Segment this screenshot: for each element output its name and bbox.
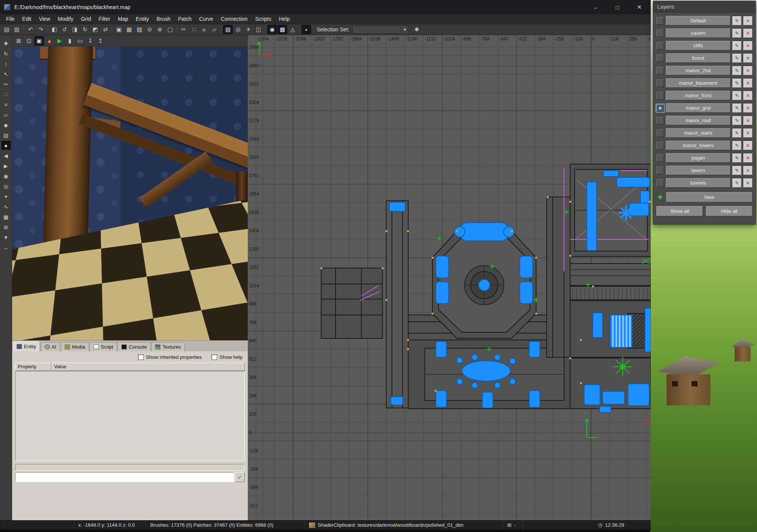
property-column-header[interactable]: Property: [15, 363, 51, 371]
start-game-icon[interactable]: ▶: [55, 36, 64, 45]
layer-edit-button[interactable]: ✎: [732, 178, 741, 188]
curve-tool-icon[interactable]: ∿: [2, 202, 11, 211]
maximize-button[interactable]: □: [606, 0, 628, 14]
prefab-tool-icon[interactable]: ▩: [2, 212, 11, 221]
select-touching-icon[interactable]: ▣: [114, 25, 124, 34]
edge-mode-icon[interactable]: ≡: [2, 100, 11, 109]
edge-edit-icon[interactable]: ≡: [199, 25, 209, 34]
rotate-tool-icon[interactable]: ↻: [2, 49, 11, 58]
layer-visibility-checkbox[interactable]: [656, 54, 664, 62]
frame-selection-icon[interactable]: ⊡: [24, 36, 34, 45]
layer-delete-button[interactable]: ✕: [743, 16, 752, 25]
title-bar[interactable]: E:/Darkmod/fms/blackheart/maps/blackhear…: [0, 0, 650, 14]
layer-edit-button[interactable]: ✎: [732, 116, 741, 125]
scale-tool-icon[interactable]: ↕: [2, 59, 11, 68]
camera-tool-icon[interactable]: ◎: [2, 182, 11, 191]
texture-tool-icon[interactable]: ◉: [2, 172, 11, 180]
layer-visibility-checkbox[interactable]: [656, 117, 664, 124]
pause-icon[interactable]: ▮: [65, 36, 75, 45]
face-edit-icon[interactable]: ▱: [210, 25, 219, 34]
select-complete-icon[interactable]: ▦: [124, 25, 134, 34]
resize-tool-icon[interactable]: ↖: [2, 70, 11, 78]
next-view-icon[interactable]: ▶: [2, 161, 11, 170]
redo-icon[interactable]: ↷: [36, 25, 45, 34]
particle-tool-icon[interactable]: ✦: [2, 192, 11, 201]
layer-name-button[interactable]: tavern: [666, 166, 731, 175]
csg-merge-icon[interactable]: ⊕: [155, 25, 165, 34]
show-models-icon[interactable]: ▩: [278, 25, 287, 34]
make-hollow-icon[interactable]: ▢: [165, 25, 175, 34]
property-name-field[interactable]: [15, 464, 245, 471]
layer-visibility-checkbox[interactable]: [656, 167, 664, 174]
map-geometry-canvas[interactable]: [248, 35, 651, 520]
orthographic-viewport[interactable]: -2304-2176-2048-1920-1792-1664-1536-1408…: [248, 35, 651, 520]
show-patches-icon[interactable]: ◬: [288, 25, 297, 34]
layer-visibility-checkbox[interactable]: [656, 142, 664, 149]
tab-media[interactable]: Media: [61, 342, 89, 351]
import-selection-icon[interactable]: ↧: [85, 36, 95, 45]
export-selection-icon[interactable]: ↥: [96, 36, 105, 45]
property-value-input[interactable]: [15, 472, 234, 482]
layer-delete-button[interactable]: ✕: [743, 54, 752, 63]
translate-tool-icon[interactable]: ✚: [2, 39, 11, 48]
filters-tool-icon[interactable]: ▼: [2, 233, 11, 242]
close-button[interactable]: ✕: [628, 0, 650, 14]
camera-view-icon[interactable]: ◎: [233, 25, 243, 34]
tab-console[interactable]: Console: [118, 342, 151, 351]
layer-edit-button[interactable]: ✎: [732, 154, 741, 163]
flip-x-icon[interactable]: ◧: [50, 25, 59, 34]
layer-edit-button[interactable]: ✎: [732, 16, 741, 25]
layer-edit-button[interactable]: ✎: [732, 104, 741, 113]
brush-create-icon[interactable]: ▤: [2, 131, 11, 140]
layer-delete-button[interactable]: ✕: [743, 104, 752, 113]
layer-visibility-checkbox[interactable]: [656, 154, 664, 162]
menu-item-file[interactable]: File: [2, 14, 19, 24]
menu-item-curve[interactable]: Curve: [195, 14, 217, 24]
face-mode-icon[interactable]: ▱: [2, 110, 11, 119]
layer-visibility-checkbox[interactable]: [656, 92, 664, 99]
layers-panel-title[interactable]: Layers: [653, 1, 755, 12]
prev-view-icon[interactable]: ◀: [2, 151, 11, 160]
rotate-y-icon[interactable]: ↻: [80, 25, 90, 34]
tab-script[interactable]: Script: [90, 342, 117, 351]
flip-y-icon[interactable]: ◨: [70, 25, 79, 34]
vertex-edit-icon[interactable]: ∷: [189, 25, 199, 34]
layer-delete-button[interactable]: ✕: [743, 79, 752, 88]
warning-icon[interactable]: ▲: [45, 36, 54, 45]
property-table-body[interactable]: [15, 371, 245, 461]
layer-edit-button[interactable]: ✎: [732, 79, 741, 88]
minimize-button[interactable]: –: [584, 0, 606, 14]
tab-ai[interactable]: AI: [41, 342, 60, 351]
layer-name-button[interactable]: manor_2nd: [666, 66, 731, 75]
layer-delete-button[interactable]: ✕: [743, 154, 752, 163]
console-toggle-icon[interactable]: ▪: [302, 25, 311, 34]
rotate-x-icon[interactable]: ↺: [60, 25, 69, 34]
camera-viewport[interactable]: lights: 26 / 107 | f/e: 6 ms | b/e: 7 ms…: [12, 47, 248, 340]
active-layer-star-icon[interactable]: ★: [656, 104, 664, 112]
select-inside-icon[interactable]: ▧: [135, 25, 144, 34]
tab-entity[interactable]: Entity: [13, 341, 40, 351]
filter-view-icon[interactable]: ◫: [254, 25, 263, 34]
layer-name-button[interactable]: manor_towers: [666, 141, 731, 150]
lighting-preview-icon[interactable]: ☀: [244, 25, 253, 34]
layer-edit-button[interactable]: ✎: [732, 166, 741, 175]
layer-name-button[interactable]: manor_gnd: [666, 103, 731, 113]
menu-item-edit[interactable]: Edit: [19, 14, 35, 24]
layer-name-button[interactable]: tunnels: [666, 178, 731, 188]
menu-item-filter[interactable]: Filter: [95, 14, 114, 24]
menu-item-connection[interactable]: Connection: [217, 14, 252, 24]
layer-delete-button[interactable]: ✕: [743, 41, 752, 50]
layer-name-button[interactable]: manor_front: [666, 91, 731, 100]
menu-item-scripts[interactable]: Scripts: [251, 14, 275, 24]
layer-delete-button[interactable]: ✕: [743, 166, 752, 175]
layer-edit-button[interactable]: ✎: [732, 129, 741, 138]
layer-edit-button[interactable]: ✎: [732, 91, 741, 100]
layer-visibility-checkbox[interactable]: [656, 29, 664, 37]
layer-name-button[interactable]: manor_stairs: [666, 128, 731, 138]
show-entities-icon[interactable]: ◉: [267, 25, 277, 34]
open-map-icon[interactable]: ▤: [2, 25, 11, 34]
layer-delete-button[interactable]: ✕: [743, 29, 752, 38]
edit-selection-sets-icon[interactable]: ✱: [412, 25, 421, 34]
layer-visibility-checkbox[interactable]: [656, 79, 664, 87]
save-map-icon[interactable]: ▥: [12, 25, 22, 34]
